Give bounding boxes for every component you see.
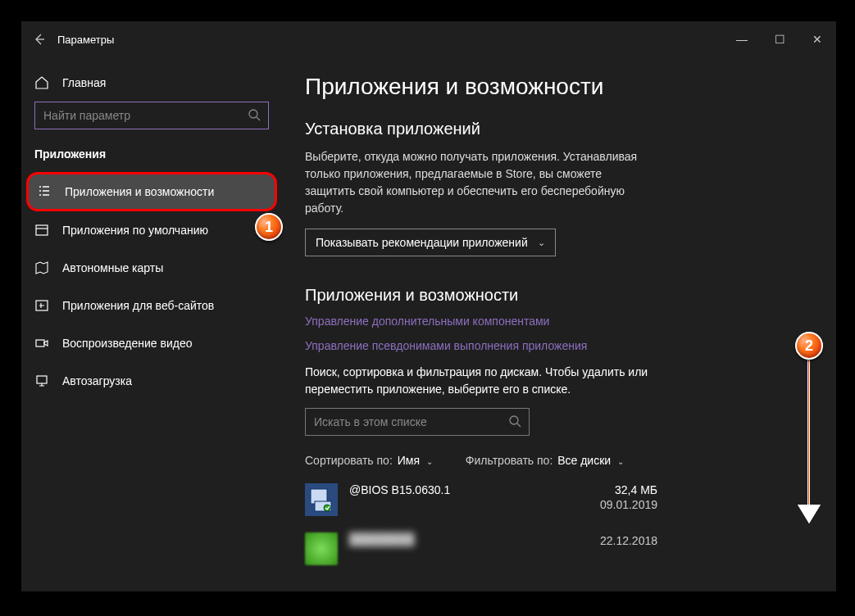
arrow-left-icon	[33, 33, 46, 46]
sort-label: Сортировать по:	[305, 454, 393, 467]
app-row[interactable]: @BIOS B15.0630.1 32,4 МБ 09.01.2019	[305, 483, 657, 516]
annotation-badge-2: 2	[795, 332, 823, 360]
filter-control[interactable]: Фильтровать по: Все диски ⌄	[466, 454, 624, 467]
sidebar-item-video-playback[interactable]: Воспроизведение видео	[21, 324, 282, 362]
svg-rect-1	[36, 225, 48, 235]
chevron-down-icon: ⌄	[617, 457, 624, 466]
chevron-down-icon: ⌄	[426, 457, 433, 466]
search-input[interactable]	[34, 102, 269, 129]
app-list-search-input[interactable]	[305, 408, 530, 436]
default-apps-icon	[34, 223, 49, 238]
apps-section-title: Приложения и возможности	[305, 286, 813, 305]
minimize-button[interactable]: —	[723, 21, 761, 57]
sidebar-item-offline-maps[interactable]: Автономные карты	[21, 249, 282, 287]
sort-filter-row: Сортировать по: Имя ⌄ Фильтровать по: Вс…	[305, 454, 813, 467]
install-source-combo[interactable]: Показывать рекомендации приложений ⌄	[305, 229, 556, 256]
sidebar-item-apps-for-websites[interactable]: Приложения для веб-сайтов	[21, 287, 282, 324]
search-icon	[508, 414, 521, 430]
svg-point-0	[249, 110, 257, 118]
link-optional-features[interactable]: Управление дополнительными компонентами	[305, 315, 813, 328]
list-icon	[37, 183, 52, 201]
install-section-desc: Выберите, откуда можно получать приложен…	[305, 148, 649, 217]
filter-label: Фильтровать по:	[466, 454, 553, 467]
content-area: Приложения и возможности Установка прило…	[282, 57, 836, 591]
website-apps-icon	[34, 298, 49, 313]
sidebar-item-label: Приложения для веб-сайтов	[62, 299, 214, 312]
annotation-badge-1: 1	[255, 213, 283, 241]
install-section-title: Установка приложений	[305, 120, 813, 138]
combo-label: Показывать рекомендации приложений	[316, 236, 528, 249]
link-execution-aliases[interactable]: Управление псевдонимами выполнения прило…	[305, 339, 813, 352]
svg-point-5	[510, 416, 518, 424]
sidebar-item-apps-features[interactable]: Приложения и возможности	[26, 172, 277, 211]
app-date: 22.12.2018	[584, 534, 657, 547]
sort-control[interactable]: Сортировать по: Имя ⌄	[305, 454, 433, 467]
window-controls: — ☐ ✕	[723, 21, 836, 57]
app-date: 09.01.2019	[584, 498, 657, 511]
app-icon	[305, 532, 338, 565]
svg-rect-3	[36, 340, 44, 346]
sidebar-item-label: Приложения по умолчанию	[62, 224, 208, 237]
search-icon	[248, 108, 261, 124]
annotation-arrow-head	[799, 506, 819, 523]
maximize-button[interactable]: ☐	[761, 21, 798, 57]
window-title: Параметры	[57, 34, 114, 46]
svg-rect-4	[37, 376, 47, 383]
app-name: @BIOS B15.0630.1	[349, 483, 572, 496]
sidebar-home[interactable]: Главная	[21, 72, 282, 102]
apps-section-desc: Поиск, сортировка и фильтрация по дискам…	[305, 364, 674, 398]
sidebar: Главная Приложения Приложения и возможно…	[21, 57, 282, 591]
filter-value: Все диски	[557, 454, 611, 467]
close-button[interactable]: ✕	[798, 21, 836, 57]
app-row[interactable]: ████████ 22.12.2018	[305, 532, 657, 565]
app-name: ████████	[349, 532, 572, 546]
sidebar-search	[34, 102, 269, 129]
app-size: 32,4 МБ	[584, 483, 657, 496]
sidebar-item-label: Приложения и возможности	[65, 185, 214, 198]
back-button[interactable]	[21, 33, 57, 46]
sidebar-item-label: Автономные карты	[62, 261, 163, 274]
home-icon	[34, 75, 49, 90]
startup-icon	[34, 374, 49, 388]
video-icon	[34, 336, 49, 351]
chevron-down-icon: ⌄	[538, 238, 545, 248]
sidebar-category-label: Приложения	[21, 147, 282, 172]
sidebar-item-label: Воспроизведение видео	[62, 337, 192, 350]
app-list-search	[305, 408, 530, 436]
sidebar-home-label: Главная	[62, 76, 106, 89]
sidebar-item-label: Автозагрузка	[62, 374, 132, 387]
page-title: Приложения и возможности	[305, 74, 813, 100]
app-icon	[305, 483, 338, 516]
sidebar-item-default-apps[interactable]: Приложения по умолчанию	[21, 211, 282, 249]
annotation-arrow	[807, 360, 810, 509]
sort-value: Имя	[398, 454, 420, 467]
map-icon	[34, 260, 49, 275]
settings-window: Параметры — ☐ ✕ Главная Приложения	[21, 21, 836, 591]
sidebar-item-startup[interactable]: Автозагрузка	[21, 362, 282, 400]
titlebar: Параметры — ☐ ✕	[21, 21, 836, 57]
